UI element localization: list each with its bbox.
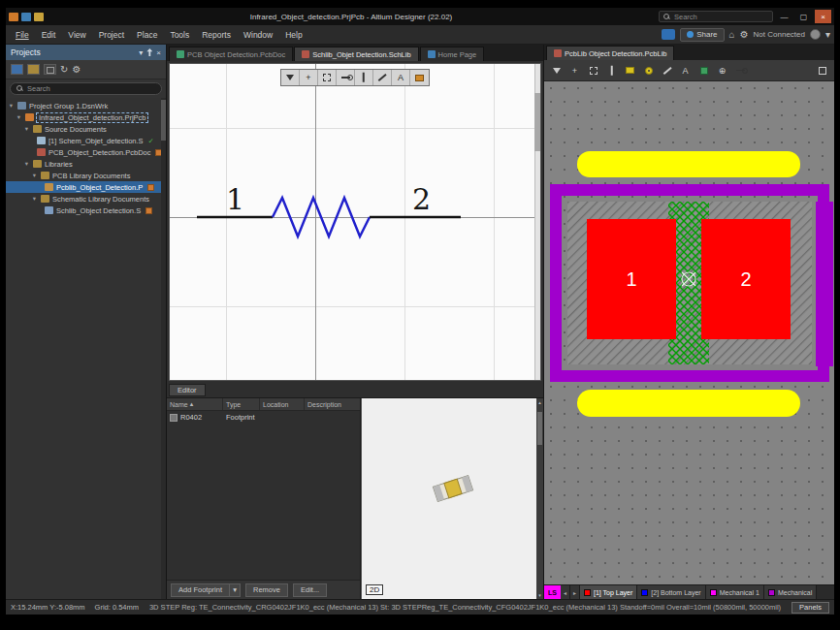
tab-home-page[interactable]: Home Page	[420, 47, 485, 61]
panel-settings-gear-icon[interactable]: ⚙	[72, 65, 81, 75]
courtyard-right-stub[interactable]	[816, 202, 833, 366]
maximize-button[interactable]: ▢	[795, 10, 812, 23]
edit-button[interactable]: Edit...	[293, 583, 327, 597]
global-search-input[interactable]: Search	[659, 11, 773, 22]
component-tool-icon[interactable]	[695, 63, 712, 79]
tree-item-pcb-library-documents[interactable]: ▾ PCB Library Documents	[6, 170, 166, 181]
pin-icon[interactable]	[146, 48, 152, 56]
column-type[interactable]: Type	[223, 398, 260, 410]
add-footprint-dropdown-icon[interactable]: ▾	[229, 583, 241, 597]
panels-button[interactable]: Panels	[792, 602, 829, 614]
pcb-canvas[interactable]: 1 2	[544, 81, 834, 584]
menu-edit[interactable]: Edit	[36, 28, 62, 42]
preview-mode-badge[interactable]: 2D	[366, 584, 383, 595]
via-tool-icon[interactable]	[640, 63, 657, 79]
tree-item-project-group[interactable]: ▾ Project Group 1.DsnWrk	[6, 100, 166, 111]
tree-item-source-documents[interactable]: ▾ Source Documents	[6, 123, 166, 135]
menu-reports[interactable]: Reports	[196, 28, 237, 42]
menu-window[interactable]: Window	[238, 28, 278, 42]
open-folder-icon[interactable]	[27, 64, 40, 75]
text-tool-icon[interactable]: A	[392, 70, 410, 85]
part-tool-icon[interactable]	[410, 70, 429, 85]
open-document-icon[interactable]	[34, 13, 44, 21]
silkscreen-top-bar[interactable]	[577, 151, 800, 177]
projects-search-input[interactable]: Search	[10, 82, 162, 95]
scroll-up-icon[interactable]: ▴	[536, 398, 543, 406]
user-menu-chevron-icon[interactable]: ▾	[825, 30, 830, 40]
user-avatar[interactable]	[810, 29, 821, 40]
text-tool-icon[interactable]: A	[677, 63, 694, 79]
tab-schlib[interactable]: Schlib_Objet Detection.SchLib	[294, 47, 418, 61]
expand-icon[interactable]: ▾	[23, 125, 30, 133]
dimension-tool-icon[interactable]	[732, 63, 749, 79]
minimize-button[interactable]: —	[776, 10, 792, 23]
tree-item-project[interactable]: ▾ Infrared_Object_detection.PrjPcb	[6, 111, 166, 123]
tree-item-libraries[interactable]: ▾ Libraries	[6, 158, 166, 170]
settings-gear-icon[interactable]: ⚙	[740, 30, 749, 40]
preview-scrollbar[interactable]: ▴ ▾	[536, 398, 543, 599]
panel-close-icon[interactable]: ×	[156, 48, 161, 57]
preview-scrollbar-thumb[interactable]	[537, 412, 542, 445]
tree-item-schdoc[interactable]: [1] Schem_Objet_detection.S ✓	[6, 135, 166, 146]
tree-item-schlib[interactable]: Schlib_Object Detection.S	[6, 205, 166, 216]
silkscreen-bottom-bar[interactable]	[577, 390, 800, 417]
schematic-scrollbar-thumb[interactable]	[534, 93, 540, 151]
move-icon[interactable]: +	[566, 63, 583, 79]
copy-icon[interactable]	[44, 64, 56, 75]
editor-tab[interactable]: Editor	[169, 384, 206, 396]
expand-icon[interactable]: ▾	[8, 102, 15, 110]
pin-tool-icon[interactable]	[337, 70, 355, 85]
align-icon[interactable]	[603, 63, 620, 79]
tree-scrollbar[interactable]	[161, 98, 166, 599]
tab-pcblib[interactable]: PcbLib Object Detection.PcbLib	[546, 46, 674, 60]
resistor-zigzag[interactable]	[273, 198, 370, 236]
layer-scroll-right-icon[interactable]: ▸	[570, 585, 580, 599]
layer-tab-mechanical-1[interactable]: Mechanical 1	[706, 585, 764, 599]
layer-sets-chip[interactable]: LS	[544, 585, 561, 599]
select-area-icon[interactable]	[318, 70, 337, 85]
filter-icon[interactable]	[548, 63, 565, 79]
refresh-icon[interactable]: ↻	[60, 65, 68, 75]
power-port-icon[interactable]	[355, 70, 373, 85]
column-location[interactable]: Location	[260, 398, 305, 410]
expand-icon[interactable]: ▾	[31, 195, 38, 203]
menu-place[interactable]: Place	[131, 28, 163, 42]
menu-help[interactable]: Help	[279, 28, 307, 42]
table-row[interactable]: R0402 Footprint	[167, 411, 360, 424]
expand-icon[interactable]: ▾	[31, 172, 38, 179]
track-tool-icon[interactable]	[659, 63, 675, 79]
layer-tab-mechanical-2[interactable]: Mechanical	[764, 585, 817, 599]
layer-tab-bottom[interactable]: [2] Bottom Layer	[637, 585, 705, 599]
expand-icon[interactable]: ▾	[23, 160, 30, 168]
new-document-icon[interactable]	[21, 13, 31, 21]
tree-item-pcblib[interactable]: Pcblib_Object_Detection.P	[6, 181, 166, 193]
tab-pcbdoc[interactable]: PCB Object Detection.PcbDoc	[169, 47, 293, 61]
add-footprint-button[interactable]: Add Footprint	[171, 583, 229, 597]
remove-button[interactable]: Remove	[245, 583, 288, 597]
footprint-preview-panel[interactable]: 2D ▴ ▾	[361, 398, 543, 599]
board-view-icon[interactable]	[814, 63, 830, 79]
layer-tab-top[interactable]: [1] Top Layer	[580, 585, 637, 599]
column-description[interactable]: Description	[305, 398, 360, 410]
expand-icon[interactable]: ▾	[16, 113, 22, 121]
line-tool-icon[interactable]	[373, 70, 392, 85]
close-button[interactable]: ×	[815, 10, 831, 23]
tree-item-pcbdoc[interactable]: PCB_Object_Detection.PcbDoc	[6, 146, 166, 158]
menu-tools[interactable]: Tools	[164, 28, 195, 42]
resistor-symbol[interactable]: 1 2	[170, 64, 540, 380]
schematic-scrollbar[interactable]	[534, 64, 540, 380]
move-icon[interactable]: +	[300, 70, 318, 85]
column-name[interactable]: Name ▴	[167, 398, 223, 410]
menu-view[interactable]: View	[62, 28, 91, 42]
home-icon[interactable]: ⌂	[729, 30, 735, 40]
filter-icon[interactable]	[281, 70, 300, 85]
schematic-canvas[interactable]: 1 2 + A	[169, 63, 541, 381]
tree-scrollbar-thumb[interactable]	[161, 100, 166, 141]
origin-tool-icon[interactable]: ⊕	[714, 63, 730, 79]
pad-tool-icon[interactable]	[622, 63, 638, 79]
panel-menu-icon[interactable]: ▾	[139, 48, 143, 57]
menu-file[interactable]: File	[10, 28, 35, 42]
select-area-icon[interactable]	[585, 63, 601, 79]
scroll-down-icon[interactable]: ▾	[536, 591, 543, 599]
save-icon[interactable]	[11, 64, 23, 75]
